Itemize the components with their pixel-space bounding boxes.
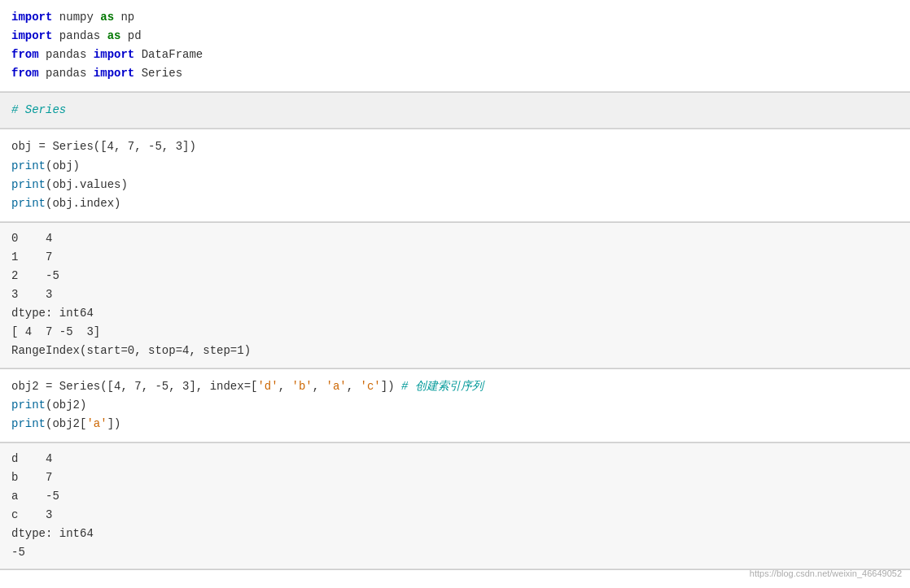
code-line: # Series [11, 101, 899, 120]
code-token: print [11, 417, 46, 430]
output-block-5: d 4b 7a -5c 3dtype: int64-5 [0, 443, 910, 570]
code-line: 2 -5 [11, 267, 899, 285]
code-token: print [11, 197, 46, 210]
code-line: 3 3 [11, 285, 899, 304]
code-token: -5 [11, 546, 25, 559]
code-token: b 7 [11, 471, 52, 484]
code-token: 'a' [86, 417, 107, 430]
code-token: numpy [52, 11, 100, 24]
code-token: pandas [39, 67, 94, 80]
code-line: print(obj) [11, 157, 899, 176]
code-token: 'd' [257, 380, 278, 393]
code-line: print(obj2) [11, 396, 899, 415]
watermark: https://blog.csdn.net/weixin_46649052 [750, 567, 902, 581]
code-token: pd [120, 29, 141, 42]
code-block-0: import numpy as npimport pandas as pdfro… [0, 0, 910, 92]
code-line: b 7 [11, 468, 899, 487]
output-block-3: 0 41 72 -53 3dtype: int64[ 4 7 -5 3]Rang… [0, 223, 910, 368]
code-line: [ 4 7 -5 3] [11, 323, 899, 342]
code-token: np [114, 11, 134, 24]
code-token: a -5 [11, 490, 59, 503]
code-token: , [347, 380, 361, 393]
code-token: dtype: int64 [11, 307, 94, 320]
code-token: [ 4 7 -5 3] [11, 325, 100, 338]
code-line: dtype: int64 [11, 304, 899, 323]
code-token: , [313, 380, 326, 393]
code-token: import [11, 11, 52, 24]
code-token: ]) [107, 417, 121, 430]
code-line: 1 7 [11, 248, 899, 267]
code-token: obj = Series([4, 7, -5, 3]) [11, 140, 196, 153]
code-token: Series [134, 67, 182, 80]
code-token: as [100, 11, 114, 24]
code-line: obj2 = Series([4, 7, -5, 3], index=['d',… [11, 377, 899, 396]
code-token: RangeIndex(start=0, stop=4, step=1) [11, 344, 251, 357]
code-token: # Series [11, 103, 66, 116]
code-token: (obj2) [46, 399, 86, 412]
code-block-1: # Series [0, 93, 910, 128]
code-token: c 3 [11, 508, 52, 521]
code-token: import [94, 48, 134, 61]
code-token: , [278, 380, 292, 393]
code-line: import numpy as np [11, 8, 899, 27]
code-token: # 创建索引序列 [401, 380, 483, 393]
code-line: d 4 [11, 450, 899, 468]
code-token: pandas [52, 29, 107, 42]
code-token: print [11, 159, 46, 172]
code-token: (obj2[ [46, 417, 86, 430]
code-line: print(obj2['a']) [11, 415, 899, 433]
code-line: -5 [11, 543, 899, 562]
code-token: (obj.index) [46, 197, 120, 210]
code-token: from [11, 67, 39, 80]
code-line: obj = Series([4, 7, -5, 3]) [11, 137, 899, 156]
code-token: as [107, 29, 121, 42]
code-token: 2 -5 [11, 269, 59, 282]
code-line: print(obj.values) [11, 176, 899, 194]
code-token: DataFrame [134, 48, 203, 61]
code-block-4: obj2 = Series([4, 7, -5, 3], index=['d',… [0, 369, 910, 442]
code-token: ]) [381, 380, 401, 393]
code-token: 3 3 [11, 288, 52, 301]
code-token: from [11, 48, 39, 61]
code-line: from pandas import DataFrame [11, 46, 899, 64]
code-token: d 4 [11, 452, 52, 465]
code-line: 0 4 [11, 229, 899, 248]
code-token: (obj) [46, 159, 80, 172]
code-block-2: obj = Series([4, 7, -5, 3])print(obj)pri… [0, 129, 910, 221]
code-token: import [11, 29, 52, 42]
code-token: print [11, 178, 46, 191]
code-token: obj2 = Series([4, 7, -5, 3], index=[ [11, 380, 257, 393]
code-token: pandas [39, 48, 94, 61]
code-token: (obj.values) [46, 178, 128, 191]
code-token: 'b' [291, 380, 312, 393]
code-line: dtype: int64 [11, 525, 899, 543]
code-token: print [11, 399, 46, 412]
code-token: 1 7 [11, 250, 52, 264]
code-token: 'a' [326, 380, 347, 393]
code-token: dtype: int64 [11, 527, 94, 540]
page-container: import numpy as npimport pandas as pdfro… [0, 0, 910, 588]
blocks-container: import numpy as npimport pandas as pdfro… [0, 0, 910, 570]
code-line: import pandas as pd [11, 27, 899, 46]
code-line: a -5 [11, 487, 899, 506]
code-line: RangeIndex(start=0, stop=4, step=1) [11, 342, 899, 360]
code-token: 'c' [361, 380, 381, 393]
code-line: c 3 [11, 506, 899, 525]
code-line: from pandas import Series [11, 64, 899, 83]
code-token: import [94, 67, 134, 80]
code-line: print(obj.index) [11, 194, 899, 213]
code-token: 0 4 [11, 232, 52, 245]
